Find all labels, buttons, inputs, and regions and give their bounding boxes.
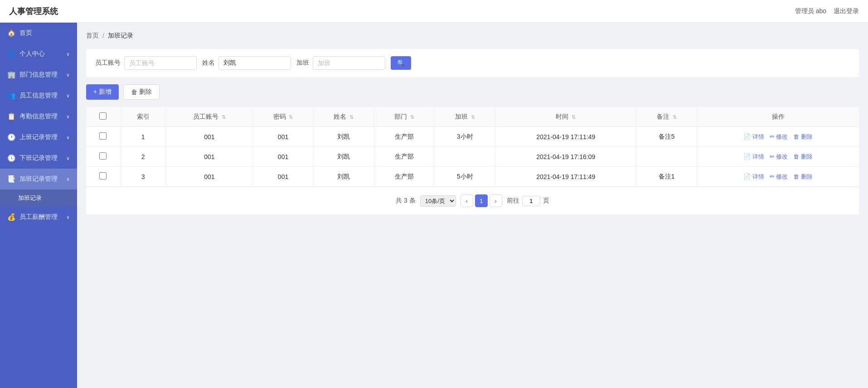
search-button[interactable]: 🔍 bbox=[391, 56, 411, 70]
detail-link-2[interactable]: 📄 详情 bbox=[743, 173, 764, 181]
main-content: 首页 / 加班记录 员工账号 姓名 加班 🔍 + 新增 bbox=[77, 23, 868, 388]
dept-info-icon: 🏢 bbox=[7, 71, 16, 79]
page-unit-label: 页 bbox=[543, 197, 549, 205]
checkin-icon: 🕐 bbox=[7, 133, 16, 141]
delete-button[interactable]: 🗑 删除 bbox=[123, 84, 160, 100]
row-remark: 备注1 bbox=[636, 167, 697, 187]
sidebar-item-home[interactable]: 🏠 首页 bbox=[0, 23, 77, 44]
checkout-icon: 🕔 bbox=[7, 154, 16, 162]
chevron-checkin: ∨ bbox=[66, 135, 70, 141]
per-page-select[interactable]: 10条/页 20条/页 50条/页 bbox=[420, 195, 456, 207]
edit-link-0[interactable]: ✏ 修改 bbox=[770, 133, 788, 141]
chevron-attendance: ∨ bbox=[66, 114, 70, 120]
action-bar: + 新增 🗑 删除 bbox=[86, 84, 859, 100]
edit-link-1[interactable]: ✏ 修改 bbox=[770, 153, 788, 161]
pagination: 共 3 条 10条/页 20条/页 50条/页 ‹ 1 › 前往 页 bbox=[86, 187, 859, 214]
row-remark bbox=[636, 147, 697, 167]
col-account[interactable]: 员工账号 ⇅ bbox=[166, 107, 252, 127]
row-name: 刘凯 bbox=[313, 147, 374, 167]
row-time: 2021-04-19 17:16:09 bbox=[495, 147, 636, 167]
row-checkbox[interactable] bbox=[86, 167, 120, 187]
search-account-input[interactable] bbox=[124, 56, 197, 70]
col-remark[interactable]: 备注 ⇅ bbox=[636, 107, 697, 127]
add-button[interactable]: + 新增 bbox=[86, 84, 119, 100]
sidebar-item-dept-info[interactable]: 🏢 部门信息管理 ∨ bbox=[0, 64, 77, 85]
row-password: 001 bbox=[253, 147, 314, 167]
page-1-button[interactable]: 1 bbox=[475, 194, 488, 207]
sidebar-item-attendance[interactable]: 📋 考勤信息管理 ∨ bbox=[0, 106, 77, 127]
app-title: 人事管理系统 bbox=[9, 6, 58, 17]
total-count: 共 3 条 bbox=[396, 197, 416, 205]
col-checkbox bbox=[86, 107, 120, 127]
col-password[interactable]: 密码 ⇅ bbox=[253, 107, 314, 127]
sidebar-sub-item-overtime-record[interactable]: 加班记录 bbox=[0, 189, 77, 207]
row-password: 001 bbox=[253, 167, 314, 187]
sidebar-label-checkin: 上班记录管理 bbox=[19, 133, 58, 141]
delete-link-1[interactable]: 🗑 删除 bbox=[793, 153, 813, 161]
row-account: 001 bbox=[166, 127, 252, 147]
next-page-button[interactable]: › bbox=[490, 194, 502, 207]
col-name[interactable]: 姓名 ⇅ bbox=[313, 107, 374, 127]
row-checkbox[interactable] bbox=[86, 147, 120, 167]
page-jump-input[interactable] bbox=[522, 196, 540, 206]
breadcrumb-separator: / bbox=[102, 32, 104, 39]
row-index: 1 bbox=[120, 127, 166, 147]
detail-link-0[interactable]: 📄 详情 bbox=[743, 133, 764, 141]
row-time: 2021-04-19 17:11:49 bbox=[495, 127, 636, 147]
sidebar-item-personal[interactable]: 👤 个人中心 ∨ bbox=[0, 44, 77, 64]
chevron-checkout: ∨ bbox=[66, 155, 70, 161]
sidebar-item-checkin[interactable]: 🕐 上班记录管理 ∨ bbox=[0, 127, 77, 148]
search-overtime-label: 加班 bbox=[296, 59, 309, 67]
row-password: 001 bbox=[253, 127, 314, 147]
row-actions: 📄 详情 ✏ 修改 🗑 删除 bbox=[697, 167, 859, 187]
sidebar-label-personal: 个人中心 bbox=[19, 50, 45, 58]
col-time[interactable]: 时间 ⇅ bbox=[495, 107, 636, 127]
table-row: 1 001 001 刘凯 生产部 3小时 2021-04-19 17:11:49… bbox=[86, 127, 859, 147]
search-overtime-input[interactable] bbox=[313, 56, 385, 70]
sidebar-label-overtime: 加班记录管理 bbox=[19, 175, 58, 183]
row-select-checkbox-1[interactable] bbox=[99, 152, 107, 160]
personal-icon: 👤 bbox=[7, 50, 16, 58]
overtime-icon: 📑 bbox=[7, 175, 16, 183]
sidebar-item-employee-info[interactable]: 👥 员工信息管理 ∨ bbox=[0, 85, 77, 106]
logout-button[interactable]: 退出登录 bbox=[834, 7, 859, 15]
row-account: 001 bbox=[166, 147, 252, 167]
breadcrumb-home[interactable]: 首页 bbox=[86, 32, 99, 40]
data-table: 索引 员工账号 ⇅ 密码 ⇅ 姓名 ⇅ 部门 ⇅ 加班 ⇅ 时间 ⇅ 备注 ⇅ … bbox=[86, 107, 859, 214]
row-index: 2 bbox=[120, 147, 166, 167]
table-row: 3 001 001 刘凯 生产部 5小时 2021-04-19 17:11:49… bbox=[86, 167, 859, 187]
sidebar-item-salary[interactable]: 💰 员工薪酬管理 ∨ bbox=[0, 207, 77, 228]
row-select-checkbox-0[interactable] bbox=[99, 132, 107, 140]
delete-link-0[interactable]: 🗑 删除 bbox=[793, 133, 813, 141]
prev-page-button[interactable]: ‹ bbox=[461, 194, 473, 207]
attendance-icon: 📋 bbox=[7, 112, 16, 121]
row-select-checkbox-2[interactable] bbox=[99, 172, 107, 179]
admin-label: 管理员 abo bbox=[795, 7, 826, 15]
edit-link-2[interactable]: ✏ 修改 bbox=[770, 173, 788, 181]
sidebar-item-checkout[interactable]: 🕔 下班记录管理 ∨ bbox=[0, 148, 77, 169]
detail-link-1[interactable]: 📄 详情 bbox=[743, 153, 764, 161]
row-name: 刘凯 bbox=[313, 127, 374, 147]
col-dept[interactable]: 部门 ⇅ bbox=[374, 107, 435, 127]
row-dept: 生产部 bbox=[374, 127, 435, 147]
row-overtime bbox=[435, 147, 495, 167]
delete-link-2[interactable]: 🗑 删除 bbox=[793, 173, 813, 181]
select-all-checkbox[interactable] bbox=[99, 112, 107, 120]
layout: 🏠 首页 👤 个人中心 ∨ 🏢 部门信息管理 ∨ 👥 员工信息管理 ∨ bbox=[0, 23, 868, 388]
chevron-dept-info: ∨ bbox=[66, 72, 70, 78]
sidebar-item-overtime[interactable]: 📑 加班记录管理 ∧ bbox=[0, 169, 77, 189]
chevron-employee-info: ∨ bbox=[66, 93, 70, 99]
col-overtime[interactable]: 加班 ⇅ bbox=[435, 107, 495, 127]
col-index: 索引 bbox=[120, 107, 166, 127]
search-name-input[interactable] bbox=[218, 56, 291, 70]
table-row: 2 001 001 刘凯 生产部 2021-04-19 17:16:09 📄 详… bbox=[86, 147, 859, 167]
col-action: 操作 bbox=[697, 107, 859, 127]
row-actions: 📄 详情 ✏ 修改 🗑 删除 bbox=[697, 127, 859, 147]
sidebar: 🏠 首页 👤 个人中心 ∨ 🏢 部门信息管理 ∨ 👥 员工信息管理 ∨ bbox=[0, 23, 77, 388]
search-name-label: 姓名 bbox=[202, 59, 215, 67]
row-dept: 生产部 bbox=[374, 167, 435, 187]
employee-info-icon: 👥 bbox=[7, 92, 16, 100]
row-checkbox[interactable] bbox=[86, 127, 120, 147]
goto-label: 前往 bbox=[507, 197, 519, 205]
sidebar-label-attendance: 考勤信息管理 bbox=[19, 112, 58, 121]
